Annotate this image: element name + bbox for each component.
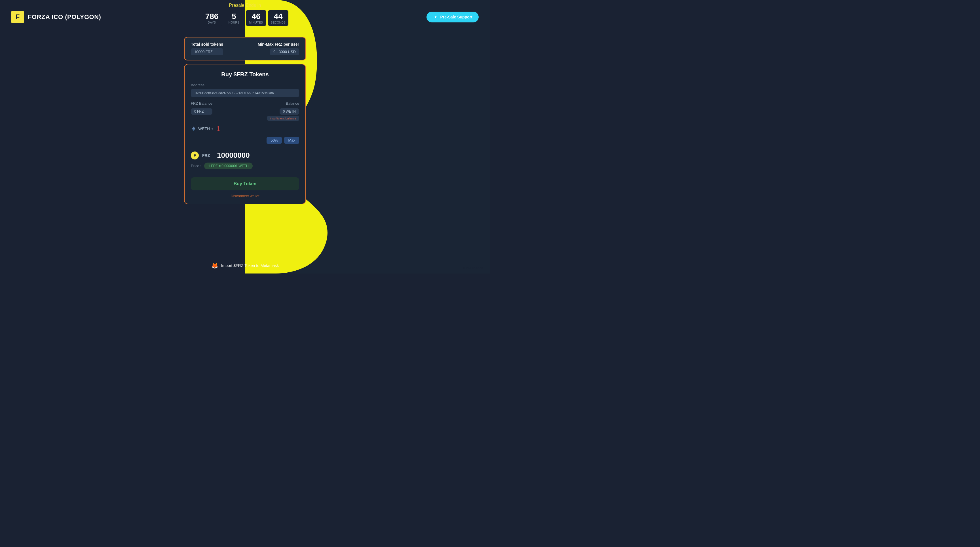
buy-title: Buy $FRZ Tokens — [191, 71, 299, 78]
logo-text: FORZA ICO (POLYGON) — [28, 13, 101, 21]
max-button[interactable]: Max — [284, 137, 299, 144]
countdown-boxes: 786 DAYS 5 HOURS 46 MINUTES 44 SECONDS — [202, 10, 288, 26]
frz-balance-value: 0 FRZ — [191, 108, 212, 115]
presale-label: Presale Ends In — [229, 3, 261, 8]
percent-buttons: 50% Max — [191, 137, 299, 144]
balance-row: FRZ Balance 0 FRZ Balance 0 WETH insuffi… — [191, 101, 299, 121]
stat-total-sold: Total sold tokens 10000 FRZ — [191, 42, 223, 55]
watermark: PinkFinance — [463, 266, 483, 270]
frz-label: FRZ — [202, 153, 213, 158]
divider — [191, 147, 299, 147]
price-row: Price : 1 FRZ = 0.0000001 WETH — [191, 163, 299, 173]
amount-input[interactable] — [216, 125, 301, 133]
countdown-section: Presale Ends In 786 DAYS 5 HOURS 46 MINU… — [202, 0, 288, 26]
frz-output-row: F FRZ 10000000 — [191, 151, 299, 160]
currency-selector[interactable]: WETH ▾ — [191, 126, 213, 132]
telegram-icon — [433, 14, 438, 19]
address-box: 0x50Becbf36c03a2f75600A21aDF660b743159aD… — [191, 89, 299, 97]
price-info: 1 FRZ = 0.0000001 WETH — [204, 163, 252, 169]
pct-50-button[interactable]: 50% — [267, 137, 282, 144]
countdown-hours: 5 HOURS — [224, 10, 244, 26]
support-label: Pre-Sale Support — [440, 15, 473, 19]
fox-icon: 🦊 — [211, 262, 218, 269]
currency-label: WETH — [198, 126, 210, 131]
buy-card: Buy $FRZ Tokens Address 0x50Becbf36c03a2… — [184, 64, 306, 204]
logo-area: F FORZA ICO (POLYGON) — [11, 11, 101, 23]
address-label: Address — [191, 83, 299, 87]
price-prefix: Price : — [191, 164, 201, 168]
frz-amount: 10000000 — [217, 151, 250, 160]
footer-label: Import $FRZ Token to Metamask — [221, 263, 279, 268]
insufficient-badge: insufficient balance — [267, 116, 299, 121]
weth-balance-group: Balance 0 WETH insufficient balance — [267, 101, 299, 121]
stats-card: Total sold tokens 10000 FRZ Min-Max FRZ … — [184, 37, 306, 61]
stat-minmax: Min-Max FRZ per user 0 - 3000 USD — [258, 42, 299, 55]
support-button[interactable]: Pre-Sale Support — [426, 12, 479, 22]
countdown-days: 786 DAYS — [202, 10, 222, 26]
main-content: Total sold tokens 10000 FRZ Min-Max FRZ … — [184, 37, 306, 204]
countdown-minutes: 46 MINUTES — [246, 10, 266, 26]
frz-balance-group: FRZ Balance 0 FRZ — [191, 101, 212, 115]
eth-icon — [191, 126, 197, 132]
input-row: WETH ▾ — [191, 123, 299, 134]
logo-icon: F — [11, 11, 24, 23]
weth-balance-value: 0 WETH — [280, 108, 299, 115]
countdown-seconds: 44 SECONDS — [268, 10, 288, 26]
disconnect-wallet-link[interactable]: Disconnect wallet — [191, 194, 299, 198]
chevron-down-icon: ▾ — [212, 128, 213, 131]
frz-icon: F — [191, 152, 199, 159]
buy-token-button[interactable]: Buy Token — [191, 177, 299, 190]
footer: 🦊 Import $FRZ Token to Metamask — [211, 262, 279, 269]
